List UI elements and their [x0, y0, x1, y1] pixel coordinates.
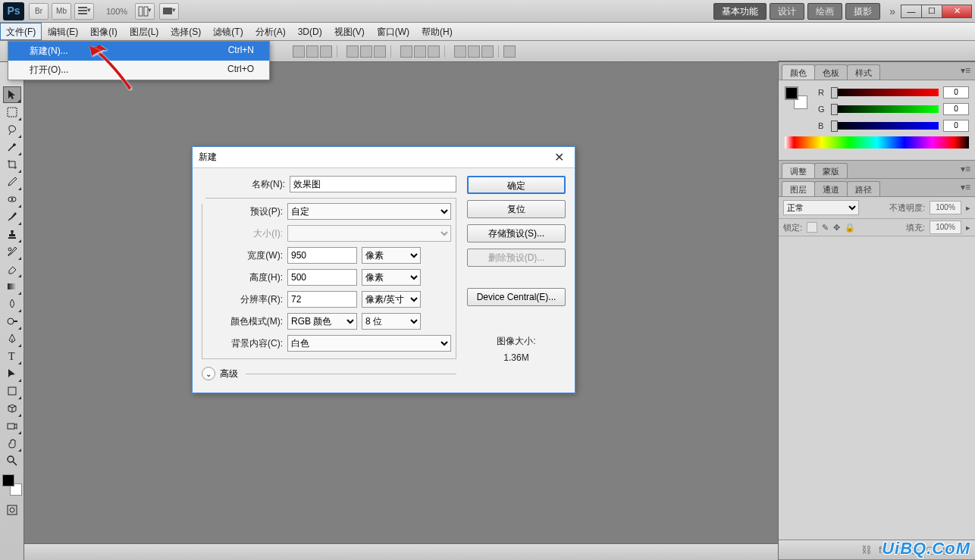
menu-edit[interactable]: 编辑(E)	[42, 23, 84, 40]
workspace-photo[interactable]: 摄影	[845, 3, 880, 20]
lock-brush-icon[interactable]: ✎	[822, 223, 829, 233]
tab-channels[interactable]: 通道	[814, 181, 848, 196]
auto-align-icon[interactable]	[503, 45, 516, 58]
tab-adjustments[interactable]: 调整	[782, 163, 815, 178]
distribute-icon[interactable]	[468, 45, 480, 58]
3d-tool[interactable]	[3, 400, 21, 417]
menuitem-open[interactable]: 打开(O)... Ctrl+O	[8, 61, 269, 80]
shape-tool[interactable]	[3, 383, 21, 399]
zoom-tool[interactable]	[3, 452, 21, 469]
save-preset-button[interactable]: 存储预设(S)...	[467, 224, 566, 242]
align-icon[interactable]	[320, 45, 332, 58]
width-input[interactable]	[287, 247, 357, 264]
blur-tool[interactable]	[3, 296, 21, 312]
hue-strip[interactable]	[785, 136, 969, 149]
panel-color-swatches[interactable]	[785, 86, 807, 109]
width-unit-select[interactable]: 像素	[362, 247, 421, 264]
healing-tool[interactable]	[3, 191, 21, 208]
name-input[interactable]	[290, 176, 456, 192]
workspace-paint[interactable]: 绘画	[807, 3, 842, 20]
mask-icon[interactable]: ◐	[894, 544, 902, 555]
bridge-button[interactable]: Br	[29, 3, 49, 20]
fill-value[interactable]: 100%	[930, 221, 961, 234]
lasso-tool[interactable]	[3, 121, 21, 138]
link-layers-icon[interactable]: ⛓	[861, 544, 871, 555]
bgcontent-select[interactable]: 白色	[287, 335, 451, 352]
distribute-icon[interactable]	[400, 45, 412, 58]
fg-color-swatch[interactable]	[2, 474, 14, 486]
colormode-select[interactable]: RGB 颜色	[287, 313, 357, 330]
minibridge-button[interactable]: Mb	[52, 3, 71, 20]
more-workspaces-icon[interactable]: »	[889, 5, 895, 17]
tab-styles[interactable]: 样式	[847, 64, 880, 80]
color-swatches[interactable]	[2, 474, 22, 496]
ok-button[interactable]: 确定	[467, 176, 566, 194]
distribute-icon[interactable]	[481, 45, 494, 58]
menu-3d[interactable]: 3D(D)	[292, 23, 328, 40]
lock-pixels-icon[interactable]	[807, 222, 817, 233]
r-slider[interactable]	[833, 89, 939, 96]
maximize-button[interactable]: ☐	[921, 5, 942, 18]
move-tool[interactable]	[3, 86, 21, 103]
height-unit-select[interactable]: 像素	[362, 269, 421, 286]
menu-help[interactable]: 帮助(H)	[415, 23, 459, 40]
brush-tool[interactable]	[3, 208, 21, 225]
screen-mode-dropdown[interactable]	[159, 3, 179, 20]
tab-layers[interactable]: 图层	[782, 181, 815, 196]
workspace-basic[interactable]: 基本功能	[713, 3, 767, 20]
blend-mode-select[interactable]: 正常	[783, 200, 859, 215]
distribute-icon[interactable]	[414, 45, 426, 58]
distribute-icon[interactable]	[454, 45, 466, 58]
minimize-button[interactable]: —	[901, 5, 922, 18]
g-value[interactable]: 0	[943, 103, 969, 115]
marquee-tool[interactable]	[3, 104, 21, 120]
preset-select[interactable]: 自定	[287, 203, 451, 220]
lock-all-icon[interactable]: 🔒	[845, 223, 855, 233]
dialog-close-button[interactable]: ✕	[550, 150, 569, 164]
lock-move-icon[interactable]: ✥	[833, 223, 840, 233]
panel-menu-icon[interactable]: ▾≡	[961, 164, 970, 174]
colordepth-select[interactable]: 8 位	[362, 313, 421, 330]
align-icon[interactable]	[374, 45, 386, 58]
b-value[interactable]: 0	[943, 120, 969, 132]
type-tool[interactable]: T	[3, 348, 21, 364]
menu-select[interactable]: 选择(S)	[165, 23, 207, 40]
path-select-tool[interactable]	[3, 365, 21, 382]
menu-file[interactable]: 文件(F)	[0, 23, 42, 40]
align-icon[interactable]	[360, 45, 372, 58]
wand-tool[interactable]	[3, 139, 21, 155]
fg-swatch[interactable]	[785, 86, 798, 100]
view-extras-dropdown[interactable]	[74, 3, 94, 20]
align-icon[interactable]	[346, 45, 359, 58]
resolution-input[interactable]	[287, 291, 357, 308]
eyedropper-tool[interactable]	[3, 174, 21, 190]
arrange-docs-dropdown[interactable]	[135, 3, 155, 20]
chevron-icon[interactable]: ▸	[966, 223, 970, 233]
quickmask-tool[interactable]	[3, 502, 21, 518]
align-icon[interactable]	[293, 45, 305, 58]
trash-icon[interactable]: 🗑	[959, 544, 969, 555]
g-slider[interactable]	[833, 105, 939, 113]
resolution-unit-select[interactable]: 像素/英寸	[362, 291, 421, 308]
crop-tool[interactable]	[3, 156, 21, 173]
reset-button[interactable]: 复位	[467, 200, 566, 218]
menu-layer[interactable]: 图层(L)	[124, 23, 165, 40]
menuitem-new[interactable]: 新建(N)... Ctrl+N	[8, 42, 269, 61]
align-icon[interactable]	[306, 45, 318, 58]
group-icon[interactable]: ▢	[926, 544, 935, 555]
panel-menu-icon[interactable]: ▾≡	[961, 65, 970, 76]
panel-menu-icon[interactable]: ▾≡	[961, 182, 970, 192]
menu-image[interactable]: 图像(I)	[84, 23, 123, 40]
distribute-icon[interactable]	[428, 45, 440, 58]
stamp-tool[interactable]	[3, 226, 21, 242]
3d-camera-tool[interactable]	[3, 418, 21, 434]
tab-color[interactable]: 颜色	[782, 64, 815, 80]
dialog-titlebar[interactable]: 新建 ✕	[193, 147, 575, 168]
fx-icon[interactable]: fx	[879, 544, 886, 555]
b-slider[interactable]	[833, 122, 939, 130]
dodge-tool[interactable]	[3, 313, 21, 330]
menu-analysis[interactable]: 分析(A)	[249, 23, 292, 40]
chevron-icon[interactable]: ▸	[966, 203, 970, 213]
menu-view[interactable]: 视图(V)	[328, 23, 371, 40]
height-input[interactable]	[287, 269, 357, 286]
